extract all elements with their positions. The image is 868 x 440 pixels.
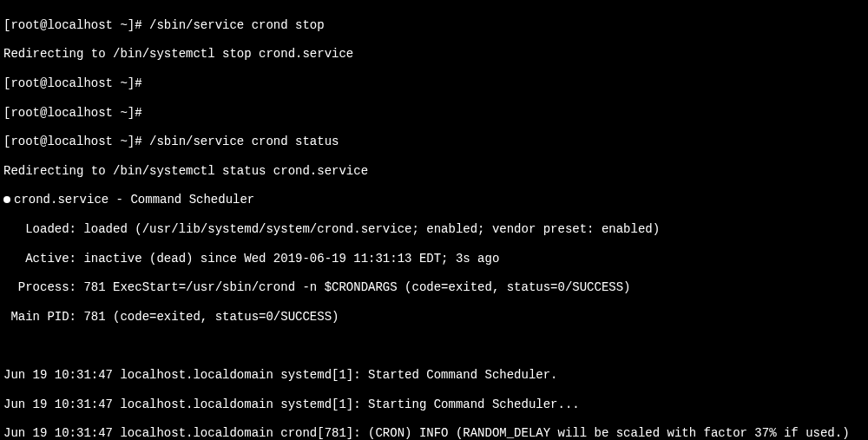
service-process-line: Process: 781 ExecStart=/usr/sbin/crond -…	[3, 280, 865, 295]
terminal-line: [root@localhost ~]#	[3, 106, 865, 121]
blank-line	[3, 338, 865, 353]
shell-prompt: [root@localhost ~]#	[3, 76, 149, 90]
terminal-line: [root@localhost ~]#	[3, 76, 865, 91]
shell-prompt: [root@localhost ~]#	[3, 106, 149, 120]
service-active-line: Active: inactive (dead) since Wed 2019-0…	[3, 252, 865, 266]
command-text: /sbin/service crond stop	[149, 18, 325, 32]
service-header: crond.service - Command Scheduler	[14, 193, 254, 207]
service-loaded-line: Loaded: loaded (/usr/lib/systemd/system/…	[3, 222, 865, 237]
terminal-line: [root@localhost ~]# /sbin/service crond …	[3, 135, 865, 149]
shell-prompt: [root@localhost ~]#	[3, 135, 149, 148]
log-line: Jun 19 10:31:47 localhost.localdomain sy…	[3, 397, 865, 412]
log-line: Jun 19 10:31:47 localhost.localdomain sy…	[3, 368, 865, 383]
terminal-line: [root@localhost ~]# /sbin/service crond …	[3, 18, 865, 33]
service-header-line: crond.service - Command Scheduler	[3, 193, 865, 207]
status-dot-icon	[3, 196, 10, 203]
service-mainpid-line: Main PID: 781 (code=exited, status=0/SUC…	[3, 310, 865, 325]
log-line: Jun 19 10:31:47 localhost.localdomain cr…	[3, 426, 865, 440]
command-text: /sbin/service crond status	[149, 135, 339, 148]
terminal-line: Redirecting to /bin/systemctl stop crond…	[3, 47, 865, 62]
terminal-line: Redirecting to /bin/systemctl status cro…	[3, 164, 865, 179]
terminal-output[interactable]: [root@localhost ~]# /sbin/service crond …	[3, 3, 865, 440]
shell-prompt: [root@localhost ~]#	[3, 18, 149, 32]
